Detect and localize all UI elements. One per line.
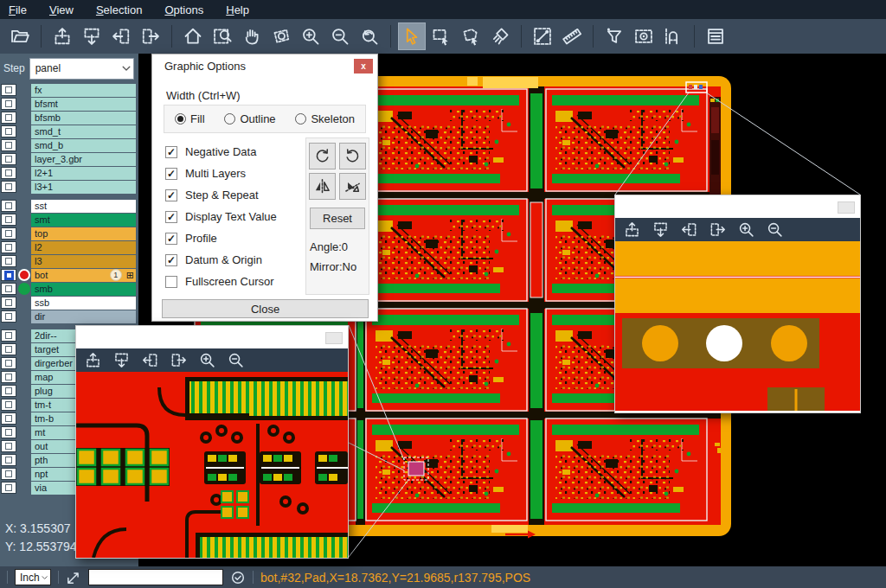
pan-down-icon[interactable] [113, 352, 130, 368]
menu-options[interactable]: Options [164, 3, 203, 16]
layer-name[interactable]: bfsmt [31, 98, 136, 111]
layer-visibility-checkbox[interactable] [1, 98, 16, 110]
layer-visibility-checkbox[interactable] [1, 440, 16, 452]
window-title-bar[interactable] [76, 326, 348, 348]
pan-left-icon[interactable] [142, 352, 158, 368]
layer-visibility-checkbox[interactable] [1, 371, 16, 383]
layer-row-layer-3-gbr[interactable]: layer_3.gbr [1, 152, 138, 166]
magnifier1-view[interactable] [76, 372, 348, 558]
zoom-in-icon[interactable] [298, 23, 324, 49]
layer-visibility-checkbox[interactable] [1, 399, 16, 411]
layer-row-l2[interactable]: l2 [1, 240, 138, 254]
layer-row-l3-1[interactable]: l3+1 [1, 180, 138, 194]
layer-row-l3[interactable]: l3 [1, 254, 138, 268]
window-button[interactable] [838, 201, 855, 214]
menu-view[interactable]: View [49, 3, 74, 16]
checkbox-display-text-value[interactable]: ✓Display Text Value [165, 206, 304, 227]
layer-row-fx[interactable]: fx [1, 83, 138, 97]
menu-help[interactable]: Help [226, 3, 249, 16]
layer-name[interactable]: bot1⊞ [31, 269, 136, 282]
rect-select-icon[interactable] [428, 23, 454, 49]
measure-distance-icon[interactable] [530, 23, 555, 49]
layer-name[interactable]: smd_t [31, 125, 136, 138]
zoom-out-icon[interactable] [767, 221, 783, 238]
layer-row-smb[interactable]: smb [1, 282, 138, 296]
checkbox-datum-origin[interactable]: ✓Datum & Origin [165, 249, 304, 271]
layer-row-l2-1[interactable]: l2+1 [1, 166, 138, 180]
layer-name[interactable]: ssb [31, 297, 136, 310]
pan-right-icon[interactable] [170, 352, 187, 368]
pan-down-icon[interactable] [79, 23, 105, 49]
layer-visibility-checkbox[interactable] [1, 255, 16, 267]
layer-visibility-checkbox[interactable] [1, 125, 16, 137]
home-icon[interactable] [180, 23, 206, 49]
layer-visibility-checkbox[interactable] [1, 214, 16, 226]
zoom-area-icon[interactable] [209, 23, 235, 49]
layer-name[interactable]: sst [31, 200, 136, 213]
clean-brush-icon[interactable] [487, 23, 513, 49]
layer-row-ssb[interactable]: ssb [1, 296, 138, 310]
layer-visibility-checkbox[interactable] [1, 139, 16, 151]
layer-visibility-checkbox[interactable] [1, 310, 16, 323]
layer-row-dir[interactable]: dir [1, 310, 138, 323]
layer-visibility-checkbox[interactable] [1, 227, 16, 240]
menu-file[interactable]: File [9, 3, 27, 16]
layer-row-smd-b[interactable]: smd_b [1, 138, 138, 152]
pan-right-icon[interactable] [138, 23, 164, 49]
pan-right-icon[interactable] [709, 221, 726, 238]
select-cursor-icon[interactable] [399, 23, 425, 49]
open-folder-icon[interactable] [7, 23, 33, 49]
layer-name[interactable]: smb [31, 283, 136, 296]
layer-row-sst[interactable]: sst [1, 199, 138, 213]
checkbox-profile[interactable]: ✓Profile [165, 227, 304, 249]
layer-visibility-checkbox[interactable] [1, 329, 16, 342]
layer-name[interactable]: bfsmb [31, 112, 136, 125]
layer-visibility-checkbox[interactable] [1, 385, 16, 397]
zoom-out-icon[interactable] [228, 352, 244, 368]
layer-row-bot[interactable]: bot1⊞ [1, 268, 138, 282]
pan-up-icon[interactable] [49, 23, 75, 49]
layer-row-smd-t[interactable]: smd_t [1, 125, 138, 138]
layer-visibility-checkbox[interactable] [1, 343, 16, 355]
pan-left-icon[interactable] [681, 221, 697, 238]
checkbox-multi-layers[interactable]: ✓Multi Layers [165, 163, 304, 184]
close-icon[interactable]: x [354, 59, 373, 74]
rotate-cw-button[interactable] [309, 143, 336, 169]
zoom-in-icon[interactable] [199, 352, 215, 368]
layer-row-smt[interactable]: smt [1, 213, 138, 227]
layer-visibility-checkbox[interactable] [1, 84, 16, 96]
radio-skeleton[interactable]: Skeleton [295, 112, 355, 125]
window-button[interactable] [325, 332, 343, 344]
snap-magnet-icon[interactable] [660, 23, 686, 49]
pan-up-icon[interactable] [624, 221, 640, 238]
layer-visibility-checkbox[interactable] [1, 283, 16, 295]
layer-visibility-checkbox[interactable] [1, 112, 16, 124]
checkbox-negative-data[interactable]: ✓Negative Data [165, 141, 304, 163]
layer-name[interactable]: top [31, 227, 136, 240]
command-input[interactable] [88, 569, 223, 585]
layer-visibility-checkbox[interactable] [1, 269, 16, 281]
layer-name[interactable]: smt [31, 214, 136, 227]
pan-hand-icon[interactable] [239, 23, 265, 49]
layer-visibility-checkbox[interactable] [1, 241, 16, 253]
unit-select[interactable]: Inch [15, 569, 51, 585]
radio-outline[interactable]: Outline [224, 112, 275, 125]
magnifier2-view[interactable] [615, 241, 860, 411]
polygon-select-icon[interactable] [458, 23, 484, 49]
layer-row-top[interactable]: top [1, 227, 138, 240]
radio-fill[interactable]: Fill [175, 112, 205, 125]
pan-left-icon[interactable] [108, 23, 134, 49]
layer-name[interactable]: l2 [31, 241, 136, 254]
layer-name[interactable]: fx [31, 84, 136, 97]
layer-visibility-checkbox[interactable] [1, 200, 16, 212]
ruler-icon[interactable] [559, 23, 585, 49]
flip-horizontal-button[interactable] [309, 173, 336, 200]
layer-visibility-checkbox[interactable] [1, 412, 16, 425]
pan-down-icon[interactable] [652, 221, 669, 238]
window-title-bar[interactable] [615, 195, 860, 218]
layer-name[interactable]: dir [31, 310, 136, 323]
step-select[interactable]: panel [29, 58, 134, 80]
layer-name[interactable]: l3+1 [31, 181, 136, 194]
layer-visibility-checkbox[interactable] [1, 357, 16, 369]
layer-row-bfsmb[interactable]: bfsmb [1, 111, 138, 125]
